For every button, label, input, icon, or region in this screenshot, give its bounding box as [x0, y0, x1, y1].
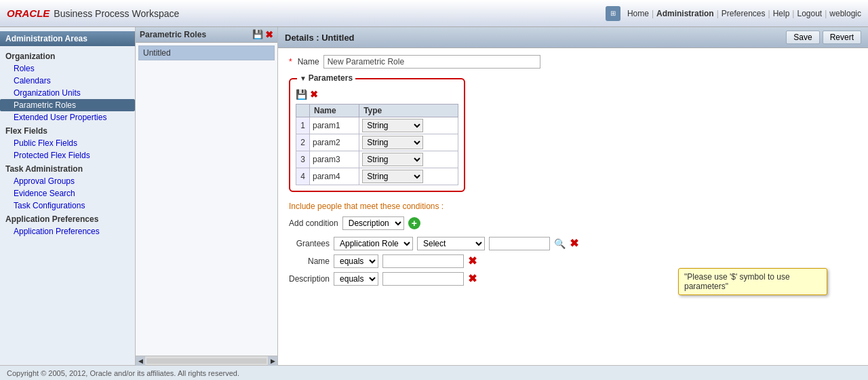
param-remove-icon[interactable]: ✖: [310, 89, 318, 100]
col-type-header: Type: [359, 104, 458, 117]
sidebar-item-task-configs[interactable]: Task Configurations: [0, 200, 135, 212]
sidebar-item-parametric-roles[interactable]: Parametric Roles: [0, 99, 135, 111]
add-condition-button[interactable]: +: [408, 217, 420, 229]
section-flex-fields: Flex Fields: [0, 124, 135, 137]
grantees-condition-row: Grantees Application Role Select 🔍 ✖: [289, 237, 857, 250]
description-cond-label: Description: [289, 274, 330, 284]
close-icon[interactable]: ✖: [265, 30, 273, 39]
param-type-select[interactable]: String: [362, 119, 423, 132]
nav-user[interactable]: weblogic: [829, 9, 861, 18]
header-icon: ⊞: [606, 6, 620, 21]
parametric-roles-list: Untitled: [136, 43, 277, 356]
param-name-cell: param2: [310, 134, 359, 151]
header: ORACLE Business Process Workspace ⊞ Home…: [0, 0, 868, 27]
param-type-select[interactable]: String: [362, 153, 423, 166]
param-row-num: 3: [296, 151, 310, 168]
grantees-type-select[interactable]: Application Role: [334, 237, 413, 250]
sidebar-item-org-units[interactable]: Organization Units: [0, 87, 135, 99]
param-table-row: 2param2String: [296, 134, 458, 151]
section-task-admin: Task Administration: [0, 162, 135, 175]
param-type-select[interactable]: String: [362, 170, 423, 183]
conditions-label: Include people that meet these condition…: [289, 202, 857, 211]
tooltip-text: "Please use '$' symbol to use parameters…: [684, 272, 790, 291]
revert-button[interactable]: Revert: [823, 31, 861, 44]
name-field-label: Name: [298, 57, 319, 66]
param-type-cell: String: [359, 168, 458, 185]
grantees-value-select[interactable]: Select: [417, 237, 485, 250]
parametric-role-item[interactable]: Untitled: [138, 45, 275, 60]
section-app-prefs: Application Preferences: [0, 212, 135, 225]
save-button[interactable]: Save: [786, 31, 819, 44]
required-star: *: [289, 57, 292, 66]
sidebar-item-calendars[interactable]: Calendars: [0, 75, 135, 87]
grantees-remove-button[interactable]: ✖: [570, 238, 578, 249]
name-type-select[interactable]: equals: [334, 254, 378, 268]
param-table-row: 3param3String: [296, 151, 458, 168]
scroll-left-arrow[interactable]: ◀: [136, 356, 145, 366]
details-header: Details : Untitled Save Revert: [278, 27, 868, 48]
nav-preferences[interactable]: Preferences: [722, 9, 766, 18]
description-remove-button[interactable]: ✖: [468, 273, 477, 284]
main-layout: Administration Areas Organization Roles …: [0, 27, 868, 365]
parametric-roles-panel: Parametric Roles 💾 ✖ Untitled ◀ ▶: [136, 27, 278, 365]
param-add-icon[interactable]: 💾: [296, 89, 307, 100]
details-title: Details : Untitled: [285, 33, 355, 43]
add-condition-label: Add condition: [289, 218, 338, 228]
scroll-track[interactable]: [146, 358, 267, 364]
sidebar-item-evidence-search[interactable]: Evidence Search: [0, 187, 135, 200]
parameters-title: Parameters: [297, 73, 355, 83]
param-type-select[interactable]: String: [362, 136, 423, 149]
nav-administration[interactable]: Administration: [656, 9, 714, 18]
nav-home[interactable]: Home: [627, 9, 649, 18]
description-value-input[interactable]: [382, 272, 464, 286]
param-table-row: 1param1String: [296, 117, 458, 134]
sidebar-item-extended-user-props[interactable]: Extended User Properties: [0, 111, 135, 124]
name-row: * Name: [289, 55, 857, 69]
name-condition-row: Name equals ✖: [289, 254, 857, 268]
sidebar-item-protected-flex[interactable]: Protected Flex Fields: [0, 149, 135, 162]
h-scrollbar[interactable]: ◀ ▶: [136, 356, 277, 365]
sidebar-item-roles[interactable]: Roles: [0, 62, 135, 75]
description-type-select[interactable]: equals: [334, 272, 378, 286]
name-value-input[interactable]: [382, 254, 464, 268]
details-content: * Name Parameters 💾 ✖ Name Type: [278, 48, 868, 297]
param-table-row: 4param4String: [296, 168, 458, 185]
app-title: Business Process Workspace: [54, 8, 179, 19]
param-name-cell: param4: [310, 168, 359, 185]
footer-text: Copyright © 2005, 2012, Oracle and/or it…: [7, 369, 239, 377]
condition-type-select[interactable]: Description: [342, 216, 404, 230]
param-type-cell: String: [359, 117, 458, 134]
grantees-label: Grantees: [289, 239, 330, 248]
parametric-roles-title: Parametric Roles: [140, 30, 206, 39]
grantees-value-input[interactable]: [489, 237, 550, 250]
sidebar: Administration Areas Organization Roles …: [0, 27, 136, 365]
sidebar-item-app-prefs[interactable]: Application Preferences: [0, 225, 135, 238]
col-name-header: Name: [310, 104, 359, 117]
parameters-section: Parameters 💾 ✖ Name Type 1param1String2p: [289, 78, 465, 192]
oracle-logo: ORACLE: [7, 7, 50, 19]
col-num-header: [296, 104, 310, 117]
sidebar-item-public-flex[interactable]: Public Flex Fields: [0, 137, 135, 149]
parameters-table: Name Type 1param1String2param2String3par…: [296, 104, 458, 185]
scroll-right-arrow[interactable]: ▶: [268, 356, 277, 366]
name-cond-label: Name: [289, 256, 330, 266]
sidebar-item-approval-groups[interactable]: Approval Groups: [0, 175, 135, 187]
param-row-num: 4: [296, 168, 310, 185]
name-input[interactable]: [323, 55, 540, 69]
name-remove-button[interactable]: ✖: [468, 256, 477, 267]
details-actions: Save Revert: [786, 31, 861, 44]
logo: ORACLE Business Process Workspace: [7, 7, 179, 19]
tooltip-box: "Please use '$' symbol to use parameters…: [678, 268, 827, 295]
sidebar-title: Administration Areas: [0, 31, 135, 46]
header-nav: ⊞ Home | Administration | Preferences | …: [606, 6, 861, 21]
save-icon[interactable]: 💾: [252, 30, 263, 39]
footer: Copyright © 2005, 2012, Oracle and/or it…: [0, 365, 868, 380]
parametric-roles-header: Parametric Roles 💾 ✖: [136, 27, 277, 43]
param-name-cell: param3: [310, 151, 359, 168]
param-type-cell: String: [359, 151, 458, 168]
nav-logout[interactable]: Logout: [797, 9, 822, 18]
param-row-num: 1: [296, 117, 310, 134]
grantees-search-button[interactable]: 🔍: [554, 238, 566, 249]
details-panel: Details : Untitled Save Revert * Name Pa…: [278, 27, 868, 365]
nav-help[interactable]: Help: [773, 9, 790, 18]
